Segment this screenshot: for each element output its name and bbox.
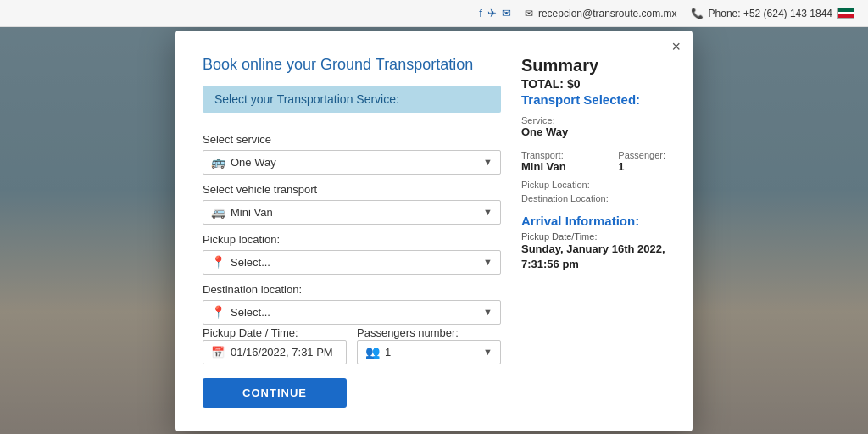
passengers-wrapper: 👥 1 2 3 ▼ [357, 340, 501, 364]
calendar-icon: 📅 [211, 346, 225, 359]
select-vehicle-wrapper: 🚐 Mini Van Sedan SUV ▼ [203, 200, 501, 225]
summary-total: TOTAL: $0 [521, 77, 665, 91]
datetime-field: Pickup Date / Time: 📅 [203, 325, 347, 364]
datetime-label: Pickup Date / Time: [203, 326, 298, 339]
arrival-datetime-value: Sunday, January 16th 2022, 7:31:56 pm [521, 242, 665, 272]
select-vehicle-label: Select vehicle transport [203, 183, 501, 196]
booking-summary: Summary TOTAL: $0 Transport Selected: Se… [521, 56, 665, 408]
topbar: f ✈ ✉ ✉ recepcion@transroute.com.mx 📞 Ph… [0, 0, 868, 27]
transport-passenger-row: Transport: Mini Van Passenger: 1 [521, 145, 665, 173]
passenger-sub-value: 1 [618, 160, 665, 173]
service-sub-label: Service: [521, 115, 665, 125]
total-value: $0 [567, 77, 581, 91]
section-header: Select your Transportation Service: [203, 86, 501, 113]
pickup-location-wrapper: 📍 Select... ▼ [203, 250, 501, 275]
destination-location-icon: 📍 [211, 305, 225, 319]
continue-button[interactable]: CONTINUE [203, 378, 347, 408]
transport-sub-label: Transport: [521, 150, 566, 160]
arrival-info-title: Arrival Information: [521, 214, 665, 228]
service-sub-value: One Way [521, 125, 665, 138]
mexico-flag [837, 8, 854, 19]
summary-title: Summary [521, 56, 665, 75]
facebook-icon: f [479, 7, 482, 19]
service-icon: 🚌 [211, 155, 225, 169]
passengers-label: Passengers number: [357, 326, 459, 339]
booking-form: Book online your Ground Transportation S… [203, 56, 501, 408]
pickup-location-summary-label: Pickup Location: [521, 180, 665, 190]
destination-location-label: Destination location: [203, 283, 501, 296]
pickup-location-icon: 📍 [211, 255, 225, 269]
passengers-field: Passengers number: 👥 1 2 3 ▼ [357, 325, 501, 364]
email-contact: ✉ recepcion@transroute.com.mx [525, 8, 677, 19]
email-text: recepcion@transroute.com.mx [538, 8, 677, 19]
passenger-col: Passenger: 1 [618, 145, 665, 173]
chat-icon: ✉ [502, 7, 511, 19]
select-service-wrapper: 🚌 One Way Round Trip ▼ [203, 150, 501, 175]
select-service-label: Select service [203, 133, 501, 146]
destination-location-dropdown[interactable]: Select... [203, 300, 501, 325]
modal-overlay: × Book online your Ground Transportation… [0, 27, 868, 434]
transport-col: Transport: Mini Van [521, 145, 566, 173]
destination-location-wrapper: 📍 Select... ▼ [203, 300, 501, 325]
passengers-icon: 👥 [365, 345, 380, 359]
tripadvisor-icon: ✈ [487, 7, 497, 19]
social-icons: f ✈ ✉ [479, 7, 511, 19]
phone-text: Phone: +52 (624) 143 1844 [709, 8, 832, 19]
passenger-sub-label: Passenger: [618, 150, 665, 160]
pickup-location-dropdown[interactable]: Select... [203, 250, 501, 275]
transport-sub-value: Mini Van [521, 160, 566, 173]
select-vehicle-dropdown[interactable]: Mini Van Sedan SUV [203, 200, 501, 225]
datetime-input-wrapper: 📅 [203, 340, 347, 364]
booking-modal: × Book online your Ground Transportation… [175, 31, 693, 431]
phone-contact: 📞 Phone: +52 (624) 143 1844 [691, 8, 854, 19]
background-scene: × Book online your Ground Transportation… [0, 27, 868, 434]
vehicle-icon: 🚐 [211, 205, 225, 219]
phone-icon: 📞 [691, 8, 704, 19]
total-label: TOTAL: [521, 77, 564, 91]
close-button[interactable]: × [671, 39, 681, 54]
datetime-passengers-row: Pickup Date / Time: 📅 Passengers number:… [203, 325, 501, 364]
email-icon: ✉ [525, 8, 533, 19]
arrival-datetime-label: Pickup Date/Time: [521, 231, 665, 242]
destination-location-summary-label: Destination Location: [521, 193, 665, 203]
modal-title: Book online your Ground Transportation [203, 56, 501, 74]
select-service-dropdown[interactable]: One Way Round Trip [203, 150, 501, 175]
pickup-location-label: Pickup location: [203, 233, 501, 246]
transport-selected-label: Transport Selected: [521, 92, 665, 107]
